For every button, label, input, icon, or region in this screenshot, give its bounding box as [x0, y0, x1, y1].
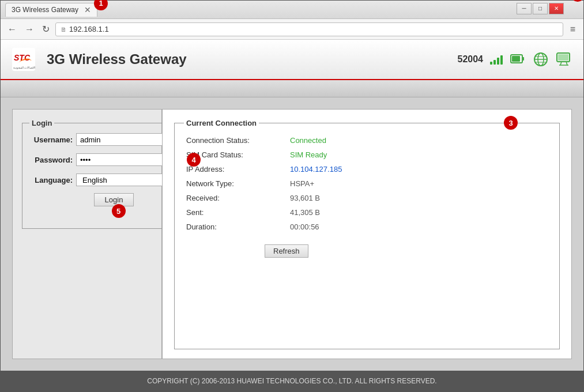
logo-area: STC الاتصالات السعودية 3G Wireless Gatew… — [12, 48, 187, 71]
annotation-4: 4 — [187, 153, 201, 167]
site-header: STC الاتصالات السعودية 3G Wireless Gatew… — [1, 40, 583, 80]
conn-label-received: Received: — [184, 191, 288, 205]
conn-value-status: Connected — [288, 133, 550, 148]
table-row: Duration: 00:00:56 — [184, 220, 550, 234]
signal-bar-3 — [497, 58, 499, 65]
footer-text: COPYRIGHT (C) 2006-2013 HUAWEI TECHNOLOG… — [147, 377, 436, 385]
site-title: 3G Wireless Gateway — [47, 51, 187, 67]
conn-value-network: HSPA+ — [288, 176, 550, 191]
close-button[interactable]: ✕ — [549, 3, 564, 14]
login-panel: Login Username: Password: 4 Language: — [12, 109, 162, 359]
connection-fieldset: Current Connection 3 Connection Status: … — [174, 119, 560, 349]
globe-icon — [533, 51, 549, 67]
svg-rect-5 — [522, 57, 524, 61]
conn-label-ip: IP Address: — [184, 162, 288, 176]
conn-label-status: Connection Status: — [184, 133, 288, 148]
svg-text:الاتصالات السعودية: الاتصالات السعودية — [13, 66, 35, 70]
browser-tab[interactable]: 3G Wireless Gateway ✕ — [5, 3, 97, 17]
conn-label-sent: Sent: — [184, 205, 288, 220]
connection-legend: Current Connection — [184, 119, 259, 127]
conn-value-sim: SIM Ready — [288, 148, 550, 162]
page-footer: COPYRIGHT (C) 2006-2013 HUAWEI TECHNOLOG… — [1, 371, 583, 391]
annotation-3: 3 — [504, 116, 518, 130]
stc-logo-svg: STC الاتصالات السعودية — [12, 48, 35, 71]
password-label: Password: — [29, 156, 73, 164]
svg-text:STC: STC — [14, 53, 31, 62]
language-label: Language: — [29, 176, 73, 184]
tab-close-button[interactable]: ✕ — [84, 5, 91, 14]
window-controls: ─ □ ✕ 2 — [517, 3, 579, 17]
battery-icon — [510, 51, 526, 67]
signal-number: 52004 — [458, 54, 484, 65]
annotation-1: 1 — [94, 0, 108, 10]
conn-value-sent: 41,305 B — [288, 205, 550, 220]
page-content: STC الاتصالات السعودية 3G Wireless Gatew… — [1, 40, 583, 391]
stc-logo: STC الاتصالات السعودية — [12, 48, 35, 71]
annotation-2: 2 — [571, 0, 584, 2]
conn-label-duration: Duration: — [184, 220, 288, 234]
signal-bar-4 — [500, 55, 503, 65]
signal-bar-2 — [493, 60, 496, 65]
nav-bar: ← → ↻ 🗎 192.168.1.1 ≡ — [1, 19, 583, 40]
reload-button[interactable]: ↻ — [40, 22, 52, 36]
refresh-button-row: Refresh — [184, 239, 550, 258]
svg-rect-4 — [512, 56, 520, 62]
conn-value-received: 93,601 B — [288, 191, 550, 205]
address-bar[interactable]: 🗎 192.168.1.1 — [55, 22, 563, 36]
signal-bar-1 — [490, 62, 492, 65]
forward-button[interactable]: → — [22, 23, 36, 36]
connection-table: Connection Status: Connected SIM Card St… — [184, 133, 550, 234]
title-bar: 3G Wireless Gateway ✕ 1 ─ □ ✕ 2 — [1, 1, 583, 19]
tab-title: 3G Wireless Gateway — [12, 6, 78, 14]
annotation-5: 5 — [112, 204, 126, 218]
login-legend: Login — [29, 119, 54, 127]
browser-menu-button[interactable]: ≡ — [567, 23, 579, 36]
table-row: Received: 93,601 B — [184, 191, 550, 205]
table-row: Network Type: HSPA+ — [184, 176, 550, 191]
conn-value-duration: 00:00:56 — [288, 220, 550, 234]
main-area: Login Username: Password: 4 Language: — [1, 97, 583, 371]
username-label: Username: — [29, 135, 73, 144]
monitor-icon — [556, 51, 572, 67]
table-row: SIM Card Status: SIM Ready — [184, 148, 550, 162]
login-button-row: Login 5 — [29, 193, 198, 220]
table-row: Sent: 41,305 B — [184, 205, 550, 220]
table-row: Connection Status: Connected — [184, 133, 550, 148]
address-text: 192.168.1.1 — [69, 25, 109, 33]
svg-rect-12 — [558, 54, 568, 61]
login-button[interactable]: Login — [94, 193, 134, 206]
page-icon: 🗎 — [61, 26, 67, 33]
conn-label-network: Network Type: — [184, 176, 288, 191]
back-button[interactable]: ← — [5, 23, 19, 36]
refresh-button[interactable]: Refresh — [265, 244, 308, 258]
connection-panel: Current Connection 3 Connection Status: … — [162, 109, 572, 359]
header-icons: 52004 — [458, 51, 572, 67]
minimize-button[interactable]: ─ — [517, 3, 532, 14]
maximize-button[interactable]: □ — [533, 3, 548, 14]
sub-nav — [1, 80, 583, 97]
browser-frame: 3G Wireless Gateway ✕ 1 ─ □ ✕ 2 ← → ↻ 🗎 … — [0, 0, 584, 392]
conn-value-ip: 10.104.127.185 — [288, 162, 550, 176]
signal-bars-icon — [490, 54, 503, 65]
table-row: IP Address: 10.104.127.185 — [184, 162, 550, 176]
